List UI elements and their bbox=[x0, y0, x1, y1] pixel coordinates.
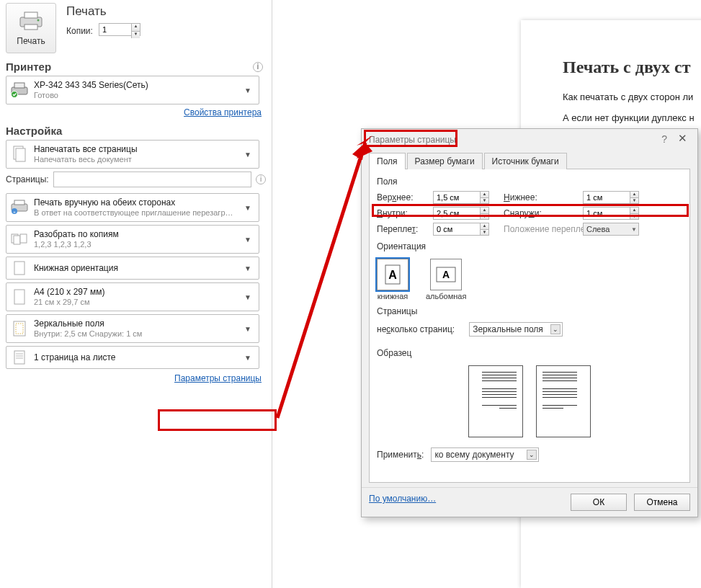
printer-select[interactable]: XP-342 343 345 Series(Сеть) Готово ▼ bbox=[6, 76, 259, 104]
dialog-title-text: Параметры страницы bbox=[369, 135, 456, 145]
chevron-down-icon: ▼ bbox=[241, 354, 254, 362]
orientation-landscape[interactable]: A bbox=[430, 259, 462, 290]
svg-rect-16 bbox=[14, 262, 24, 275]
sample-preview bbox=[377, 365, 682, 437]
paper-size-select[interactable]: A4 (210 x 297 мм) 21 см x 29,7 см ▼ bbox=[6, 282, 259, 311]
pages-label: Страницы: bbox=[6, 174, 49, 184]
printer-icon bbox=[19, 11, 43, 33]
collate-select[interactable]: Разобрать по копиям 1,2,3 1,2,3 1,2,3 ▼ bbox=[6, 225, 259, 254]
printer-properties-link[interactable]: Свойства принтера bbox=[184, 107, 262, 117]
svg-rect-10 bbox=[14, 200, 24, 205]
gutter-position-select: Слева▼ bbox=[583, 223, 639, 236]
page-setup-link[interactable]: Параметры страницы bbox=[174, 373, 262, 383]
chevron-down-icon: ⌄ bbox=[550, 324, 561, 334]
spin-up-icon[interactable]: ▲ bbox=[131, 24, 140, 32]
svg-rect-20 bbox=[14, 351, 24, 364]
svg-point-6 bbox=[12, 92, 18, 98]
pages-input[interactable] bbox=[53, 172, 251, 187]
printer-heading: Принтер i bbox=[6, 61, 266, 73]
margin-outside-label: Снаружи: bbox=[504, 208, 583, 218]
tab-paper-size[interactable]: Размер бумаги bbox=[407, 153, 483, 169]
print-button[interactable]: Печать bbox=[6, 3, 56, 53]
info-icon[interactable]: i bbox=[256, 174, 266, 184]
help-icon[interactable]: ? bbox=[661, 133, 667, 145]
ok-button[interactable]: ОК bbox=[571, 494, 627, 511]
close-icon[interactable]: ✕ bbox=[673, 132, 692, 146]
duplex-icon: + bbox=[11, 199, 28, 216]
svg-rect-5 bbox=[14, 83, 24, 88]
setup-heading: Настройка bbox=[6, 125, 266, 137]
margin-bottom-input[interactable]: ▲▼ bbox=[583, 191, 639, 204]
orientation-portrait-label: книжная bbox=[378, 292, 408, 300]
svg-rect-1 bbox=[24, 12, 37, 18]
page-setup-dialog: Параметры страницы ? ✕ Поля Размер бумаг… bbox=[361, 128, 698, 517]
margin-bottom-label: Нижнее: bbox=[504, 192, 583, 202]
printer-status: Готово bbox=[34, 90, 236, 100]
portrait-icon bbox=[11, 259, 28, 277]
orientation-group-label: Ориентация bbox=[377, 241, 682, 251]
orientation-landscape-label: альбомная bbox=[426, 292, 466, 300]
gutter-label: Переплет: bbox=[377, 224, 433, 234]
print-heading: Печать bbox=[66, 4, 140, 19]
apply-to-select[interactable]: ко всему документу ⌄ bbox=[431, 447, 539, 462]
apply-to-label: Применить: bbox=[377, 450, 424, 460]
margin-top-input[interactable]: ▲▼ bbox=[433, 191, 489, 204]
dialog-titlebar: Параметры страницы ? ✕ bbox=[362, 129, 697, 151]
tab-paper-source[interactable]: Источник бумаги bbox=[484, 153, 567, 169]
chevron-down-icon: ⌄ bbox=[527, 450, 537, 460]
pages-group-label: Страницы bbox=[377, 306, 682, 316]
margins-icon bbox=[11, 320, 28, 337]
margin-inside-input[interactable]: ▲▼ bbox=[433, 207, 489, 220]
page-icon bbox=[11, 288, 28, 306]
cancel-button[interactable]: Отмена bbox=[634, 494, 690, 511]
multipages-select[interactable]: Зеркальные поля ⌄ bbox=[469, 322, 563, 337]
chevron-down-icon: ▼ bbox=[241, 293, 254, 301]
svg-rect-8 bbox=[16, 148, 25, 161]
multipages-label: несколько страниц: bbox=[377, 324, 455, 334]
orientation-portrait[interactable]: A bbox=[377, 259, 408, 290]
margin-inside-label: Внутри: bbox=[377, 208, 433, 218]
svg-rect-14 bbox=[14, 236, 20, 244]
chevron-down-icon: ▼ bbox=[241, 86, 254, 94]
chevron-down-icon: ▼ bbox=[241, 151, 254, 159]
svg-rect-2 bbox=[24, 24, 37, 30]
svg-rect-18 bbox=[14, 321, 25, 336]
svg-point-3 bbox=[37, 19, 40, 21]
gutter-position-label: Положение переплета: bbox=[504, 224, 583, 234]
chevron-down-icon: ▼ bbox=[241, 204, 254, 212]
print-range-select[interactable]: Напечатать все страницы Напечатать весь … bbox=[6, 140, 259, 169]
gutter-input[interactable]: ▲▼ bbox=[433, 223, 489, 236]
copies-input[interactable]: ▲▼ bbox=[99, 23, 140, 39]
spin-down-icon[interactable]: ▼ bbox=[131, 32, 140, 39]
orientation-select[interactable]: Книжная ориентация ▼ bbox=[6, 257, 259, 280]
tab-fields[interactable]: Поля bbox=[369, 153, 406, 169]
pages-icon bbox=[11, 146, 28, 163]
info-icon[interactable]: i bbox=[253, 62, 263, 72]
copies-label: Копии: bbox=[66, 26, 93, 36]
fields-group-label: Поля bbox=[377, 177, 682, 187]
doc-paragraph: Как печатать с двух сторон ли bbox=[563, 92, 701, 102]
print-button-label: Печать bbox=[17, 36, 45, 46]
collate-icon bbox=[11, 231, 28, 248]
margins-select[interactable]: Зеркальные поля Внутри: 2,5 см Снаружи: … bbox=[6, 314, 259, 343]
chevron-down-icon: ▼ bbox=[241, 236, 254, 244]
chevron-down-icon: ▼ bbox=[241, 264, 254, 272]
one-page-icon bbox=[11, 349, 28, 366]
margin-outside-input[interactable]: ▲▼ bbox=[583, 207, 639, 220]
svg-rect-15 bbox=[20, 234, 27, 243]
svg-text:A: A bbox=[388, 269, 397, 281]
printer-status-icon bbox=[11, 81, 28, 99]
dialog-tabs: Поля Размер бумаги Источник бумаги bbox=[369, 152, 690, 169]
chevron-down-icon: ▼ bbox=[241, 325, 254, 333]
pages-per-sheet-select[interactable]: 1 страница на листе ▼ bbox=[6, 346, 259, 369]
svg-rect-17 bbox=[14, 290, 24, 304]
default-button[interactable]: По умолчанию… bbox=[369, 494, 436, 511]
svg-text:+: + bbox=[13, 210, 16, 214]
sample-group-label: Образец bbox=[377, 348, 682, 358]
doc-paragraph: А если нет функции дуплекс н bbox=[563, 112, 701, 123]
printer-name: XP-342 343 345 Series(Сеть) bbox=[34, 80, 236, 90]
tab-fields-content: Поля Верхнее: ▲▼ Нижнее: ▲▼ Внутри: ▲▼ С… bbox=[369, 169, 690, 483]
duplex-select[interactable]: + Печать вручную на обеих сторонах В отв… bbox=[6, 193, 259, 222]
svg-text:A: A bbox=[442, 269, 450, 280]
margin-top-label: Верхнее: bbox=[377, 192, 433, 202]
